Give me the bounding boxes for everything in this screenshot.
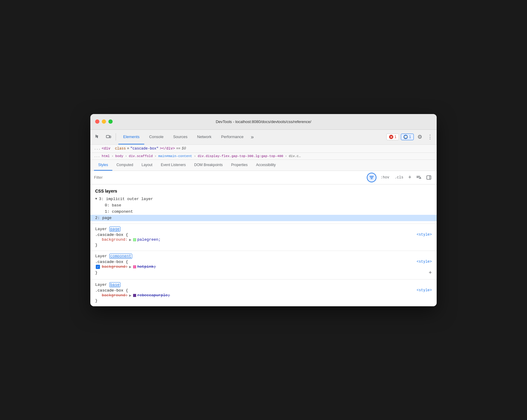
dom-tag-close: ></div> xyxy=(160,147,175,151)
css-rule-base: .cascade-box { <style> background: ▶ reb… xyxy=(95,288,432,303)
breadcrumb-sep-4: › xyxy=(194,154,196,158)
info-icon: 💬 xyxy=(404,135,408,139)
more-tabs-button[interactable]: » xyxy=(248,134,256,140)
maximize-button[interactable] xyxy=(108,119,113,124)
dom-tag-open[interactable]: <div xyxy=(102,147,111,151)
layer-label-component: Layer xyxy=(95,254,109,258)
css-close-page: } xyxy=(95,242,432,248)
layer-tree-item-2[interactable]: 2: page xyxy=(90,215,437,221)
minimize-button[interactable] xyxy=(102,119,106,124)
property-checkbox-component[interactable]: ✓ xyxy=(96,265,100,269)
css-property-page: background: ▶ palegreen; xyxy=(95,237,432,242)
css-value-page: palegreen; xyxy=(137,237,161,242)
css-arrow-component: ▶ xyxy=(129,264,132,269)
toolbar-right: ✕ 1 💬 1 ⚙ ⋮ xyxy=(386,133,434,141)
expand-icon: ▼ xyxy=(95,197,97,201)
color-swatch-base[interactable] xyxy=(133,294,136,297)
svg-rect-9 xyxy=(427,176,431,179)
color-swatch-page[interactable] xyxy=(133,238,136,241)
tab-properties[interactable]: Properties xyxy=(227,160,252,171)
hov-button[interactable]: :hov xyxy=(379,174,391,181)
error-badge[interactable]: ✕ 1 xyxy=(386,134,399,140)
svg-rect-1 xyxy=(110,136,111,138)
layer-component-link-line: Layer component xyxy=(95,254,432,258)
info-badge[interactable]: 💬 1 xyxy=(401,134,414,140)
tab-layout[interactable]: Layout xyxy=(137,160,157,171)
tab-elements[interactable]: Elements xyxy=(118,129,144,144)
css-rule-component: .cascade-box { <style> ✓ background: ▶ h… xyxy=(95,260,432,276)
svg-rect-8 xyxy=(419,178,421,178)
toolbar-tabs: Elements Console Sources Network Perform… xyxy=(118,129,385,144)
tab-event-listeners[interactable]: Event Listeners xyxy=(157,160,190,171)
styles-panel-content: CSS layers ▼ 3: implicit outer layer 0: … xyxy=(90,184,437,306)
cascade-filter-button[interactable] xyxy=(367,173,376,182)
add-style-rule-button[interactable]: + xyxy=(407,174,413,181)
settings-button[interactable]: ⚙ xyxy=(416,133,424,141)
error-icon: ✕ xyxy=(389,135,393,139)
traffic-lights xyxy=(95,119,113,124)
breadcrumb-bar: ... html › body › div.scaffold › main#ma… xyxy=(90,153,437,160)
css-section-base: Layer base .cascade-box { <style> backgr… xyxy=(90,279,437,306)
toolbar-divider xyxy=(116,133,116,141)
tab-performance[interactable]: Performance xyxy=(216,129,248,144)
breadcrumb-body[interactable]: body xyxy=(115,154,123,158)
color-swatch-component[interactable] xyxy=(133,265,136,268)
css-close-base: } xyxy=(95,298,432,303)
svg-rect-4 xyxy=(371,178,373,179)
tab-network[interactable]: Network xyxy=(192,129,217,144)
panel-tabs: Styles Computed Layout Event Listeners D… xyxy=(90,160,437,171)
dom-ellipsis: ... xyxy=(94,147,101,151)
filter-input[interactable] xyxy=(94,175,364,180)
breadcrumb-sep-5: › xyxy=(285,154,287,158)
dom-dollar: $0 xyxy=(182,147,186,151)
new-style-rule-button[interactable] xyxy=(414,173,423,182)
css-prop-page: background: xyxy=(102,237,128,242)
style-ref-base[interactable]: <style> xyxy=(417,288,432,292)
css-selector-component: .cascade-box { xyxy=(95,260,128,264)
dom-space xyxy=(111,147,114,151)
close-button[interactable] xyxy=(95,119,99,124)
tab-accessibility[interactable]: Accessibility xyxy=(252,160,280,171)
tab-computed[interactable]: Computed xyxy=(112,160,137,171)
style-ref-page[interactable]: <style> xyxy=(417,233,432,237)
style-ref-component[interactable]: <style> xyxy=(417,260,432,264)
layer-label-base: Layer xyxy=(95,283,109,287)
add-declaration-button[interactable]: + xyxy=(429,270,432,276)
breadcrumb-last: div.c… xyxy=(289,154,301,158)
breadcrumb-div-flex[interactable]: div.display-flex.gap-top-300.lg:gap-top-… xyxy=(198,154,283,158)
css-value-component: hotpink; xyxy=(137,264,156,269)
layer-tree-item-0[interactable]: 0: base xyxy=(95,202,432,208)
layer-tree-item-1[interactable]: 1: component xyxy=(95,208,432,215)
css-arrow-page: ▶ xyxy=(129,237,132,242)
window-title: DevTools - localhost:8080/docs/devtools/… xyxy=(216,119,311,124)
tab-dom-breakpoints[interactable]: DOM Breakpoints xyxy=(190,160,227,171)
toggle-sidebar-button[interactable] xyxy=(425,173,433,182)
layer-base-link[interactable]: base xyxy=(109,282,120,287)
layer-component-link[interactable]: component xyxy=(109,254,132,259)
dom-equals: == xyxy=(176,147,180,151)
inspect-element-button[interactable] xyxy=(93,132,102,142)
css-rule-page: .cascade-box { <style> background: ▶ pal… xyxy=(95,233,432,248)
layer-base-link-line: Layer base xyxy=(95,283,432,287)
layer-page-link[interactable]: page xyxy=(109,227,120,232)
breadcrumb-div-scaffold[interactable]: div.scaffold xyxy=(129,154,153,158)
css-close-component: } + xyxy=(95,270,432,276)
tab-sources[interactable]: Sources xyxy=(168,129,192,144)
device-toolbar-button[interactable] xyxy=(104,132,113,142)
devtools-window: DevTools - localhost:8080/docs/devtools/… xyxy=(90,114,437,306)
svg-rect-5 xyxy=(416,176,420,177)
cls-button[interactable]: .cls xyxy=(393,174,405,181)
layer-tree-item-3[interactable]: ▼ 3: implicit outer layer xyxy=(95,196,432,202)
css-value-base: rebeccapurple; xyxy=(137,293,170,298)
css-selector-page: .cascade-box { xyxy=(95,233,128,237)
more-options-button[interactable]: ⋮ xyxy=(426,133,434,141)
tab-console[interactable]: Console xyxy=(144,129,168,144)
dom-attr-value: "cascade-box" xyxy=(130,147,159,151)
breadcrumb-html[interactable]: html xyxy=(102,154,110,158)
breadcrumb-main[interactable]: main#main-content xyxy=(158,154,192,158)
dom-element-bar: ... <div class = "cascade-box" ></div> =… xyxy=(90,145,437,153)
titlebar: DevTools - localhost:8080/docs/devtools/… xyxy=(90,114,437,130)
tab-styles[interactable]: Styles xyxy=(94,160,112,171)
breadcrumb-sep-3: › xyxy=(154,154,157,158)
devtools-toolbar: Elements Console Sources Network Perform… xyxy=(90,130,437,145)
